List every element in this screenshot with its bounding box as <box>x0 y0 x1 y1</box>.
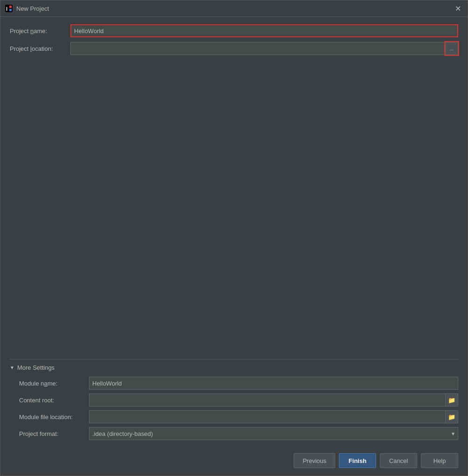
more-settings-section: ▼ More Settings Module name: Content roo… <box>10 359 458 444</box>
project-format-row: Project format: .idea (directory-based) … <box>10 427 458 440</box>
module-file-location-label: Module file location: <box>19 414 89 421</box>
project-format-select[interactable]: .idea (directory-based) .ipr (file based… <box>89 427 458 440</box>
folder-icon: 📁 <box>448 397 455 404</box>
ellipsis-icon: ... <box>449 46 454 51</box>
dialog-title: New Project <box>16 5 453 12</box>
project-name-label: Project name: <box>10 28 70 34</box>
content-root-input[interactable] <box>89 393 446 407</box>
project-format-select-wrap: .idea (directory-based) .ipr (file based… <box>89 427 458 440</box>
project-location-input[interactable] <box>70 42 446 55</box>
more-settings-label: More Settings <box>17 364 55 371</box>
close-button[interactable]: ✕ <box>453 3 463 14</box>
project-location-browse-button[interactable]: ... <box>445 42 458 55</box>
project-format-dropdown-wrap: .idea (directory-based) .ipr (file based… <box>89 427 458 440</box>
empty-area <box>10 60 458 359</box>
module-file-location-row: Module file location: 📁 <box>10 410 458 423</box>
project-location-row: Project location: ... <box>10 42 458 55</box>
module-file-location-input-wrap: 📁 <box>89 410 458 423</box>
module-name-input-wrap <box>89 377 458 390</box>
button-bar: Previous Finish Cancel Help <box>0 448 468 476</box>
content-root-row: Content root: 📁 <box>10 393 458 407</box>
module-name-input[interactable] <box>89 377 458 390</box>
svg-text:I: I <box>6 6 7 12</box>
dialog-content: Project name: Project location: ... ▼ <box>0 17 468 448</box>
new-project-dialog: I New Project ✕ Project name: Project lo… <box>0 0 468 476</box>
module-file-location-input[interactable] <box>89 410 446 423</box>
project-name-row: Project name: <box>10 24 458 37</box>
folder-icon-2: 📁 <box>448 414 455 421</box>
module-file-location-browse-button[interactable]: 📁 <box>445 410 458 423</box>
project-name-input[interactable] <box>70 24 458 37</box>
more-settings-header[interactable]: ▼ More Settings <box>10 364 458 371</box>
content-root-browse-button[interactable]: 📁 <box>445 393 458 407</box>
title-bar: I New Project ✕ <box>0 0 468 17</box>
collapse-icon: ▼ <box>10 365 14 370</box>
previous-button[interactable]: Previous <box>294 453 335 468</box>
project-name-input-wrap <box>70 24 458 37</box>
svg-rect-2 <box>9 6 12 8</box>
project-location-input-wrap: ... <box>70 42 458 55</box>
svg-rect-3 <box>9 9 12 11</box>
cancel-button[interactable]: Cancel <box>380 453 417 468</box>
finish-button[interactable]: Finish <box>339 453 376 468</box>
app-icon: I <box>5 5 13 12</box>
project-format-label: Project format: <box>19 430 89 437</box>
content-root-input-wrap: 📁 <box>89 393 458 407</box>
content-root-label: Content root: <box>19 397 89 404</box>
project-location-label: Project location: <box>10 45 70 52</box>
module-name-label: Module name: <box>19 380 89 387</box>
module-name-row: Module name: <box>10 377 458 390</box>
help-button[interactable]: Help <box>421 453 458 468</box>
